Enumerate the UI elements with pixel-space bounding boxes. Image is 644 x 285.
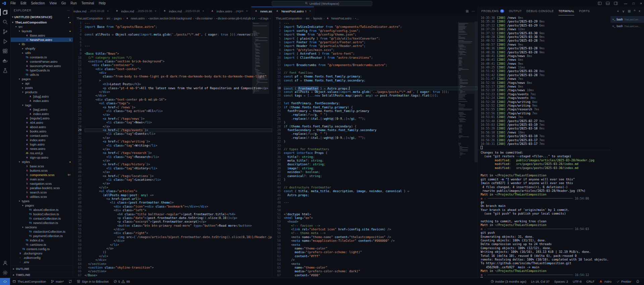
code-line[interactable]: <meta name="theme-name" content="thelast…: [284, 235, 478, 239]
minimap-viewport[interactable]: [458, 22, 475, 94]
code-line[interactable]: [85, 29, 272, 33]
tree-item[interactable]: TScontactCollection.ts: [11, 216, 73, 221]
layout-customize-icon[interactable]: [614, 1, 618, 5]
code-content[interactable]: ---import Base from "@/layouts/Base.astr…: [85, 21, 272, 278]
code-line[interactable]: [284, 182, 478, 185]
code-line[interactable]: [284, 209, 478, 212]
breadcrumb-item[interactable]: ▪div.text-center.pb-6.md:pb-14: [216, 17, 255, 20]
terminal-shell[interactable]: Changes to be committed: (use "git resto…: [478, 150, 610, 278]
minimize-button[interactable]: —: [624, 2, 627, 5]
panel-tab-terminal[interactable]: TERMINAL: [558, 7, 574, 15]
code-line[interactable]: description?: string;: [284, 163, 478, 166]
code-content[interactable]: ---import TwSizeIndicator from "@/compon…: [284, 21, 478, 278]
tree-item[interactable]: TSconstants.ts: [11, 55, 73, 59]
indentation[interactable]: Spaces: 2: [552, 280, 570, 283]
code-line[interactable]: [284, 205, 478, 209]
code-line[interactable]: <a href={`/tags/history`}>: [85, 163, 272, 166]
tree-item[interactable]: A[tag].astro: [11, 107, 73, 112]
code-line[interactable]: .replace(/:ital,|:wght@|[0-9,;]+/gi, "")…: [284, 117, 478, 121]
panel-action-icon[interactable]: ∨: [622, 9, 625, 13]
code-line[interactable]: import config from "@/config/config.json…: [284, 29, 478, 33]
code-line[interactable]: />: [284, 258, 478, 262]
breadcrumb-item[interactable]: Anews.astro: [125, 17, 145, 20]
code-line[interactable]: <p class="pt-4 mb-9">All the latest news…: [85, 87, 272, 90]
code-line[interactable]: content="#000": [284, 274, 478, 277]
code-line[interactable]: <div: [85, 71, 272, 75]
scrollbar[interactable]: [475, 21, 478, 162]
editor-tab[interactable]: Anews.astro×: [251, 7, 272, 15]
breadcrumb-item[interactable]: TheLastComposition: [276, 17, 302, 20]
breadcrumb-item[interactable]: ▪div.container: [195, 17, 213, 20]
tree-item[interactable]: ▸api: [11, 81, 73, 86]
tree-item[interactable]: ▸shopify: [11, 46, 73, 51]
code-line[interactable]: </a>: [85, 136, 272, 140]
code-line[interactable]: import theme from "@/config/theme.json";: [284, 33, 478, 37]
panel-tab-debug-console[interactable]: DEBUG CONSOLE: [527, 7, 554, 15]
code-line[interactable]: </ul>: [85, 186, 272, 189]
panel-action-icon[interactable]: +: [617, 9, 619, 13]
code-line[interactable]: <section class="section brick-background…: [85, 60, 272, 63]
code-line[interactable]: ---: [284, 21, 478, 25]
tree-item[interactable]: D.dockerignore: [11, 251, 73, 255]
editor-tab[interactable]: Aindex.astro...pages×: [208, 7, 251, 15]
breadcrumb-item[interactable]: ▪ul.tags: [259, 17, 268, 20]
panel-action-icon[interactable]: ×: [639, 9, 641, 13]
tree-item[interactable]: ▾styles●: [11, 160, 73, 164]
breadcrumb-item[interactable]: layouts: [313, 17, 322, 20]
tree-item[interactable]: ▾src: [11, 24, 73, 29]
terminal-dev-server[interactable]: 16:35:30 [200] /news 8ms16:35:36 [200] /…: [478, 15, 610, 150]
sync-changes[interactable]: [66, 278, 74, 285]
code-line[interactable]: if (theme.fonts.font_family.primary) {: [284, 106, 478, 109]
tree-item[interactable]: Snavigation.scss: [11, 181, 73, 186]
tree-item[interactable]: TSctaSectionCollection.ts: [11, 229, 73, 234]
code-line[interactable]: <li class="tag">Research</li>: [85, 155, 272, 159]
code-line[interactable]: <a href={`/tags/research`}>: [85, 151, 272, 155]
minimap-viewport[interactable]: [252, 22, 269, 94]
code-line[interactable]: </div>: [85, 90, 272, 94]
code-line[interactable]: <a href={`/news`}>: [85, 106, 272, 109]
tree-item[interactable]: Acontact.astro: [11, 133, 73, 138]
menu-edit[interactable]: Edit: [18, 0, 29, 7]
tree-item[interactable]: Alogin.astro: [11, 142, 73, 147]
editor-tab[interactable]: Mindex.md...2025-03-26×: [160, 7, 207, 15]
editor-action-icon[interactable]: ⋯: [472, 9, 475, 13]
code-line[interactable]: </Base>: [85, 274, 272, 277]
tree-item[interactable]: ▾pages: [11, 203, 73, 208]
code-line[interactable]: <p class="date">{post.frontmatter.date.t…: [85, 216, 272, 220]
docker-icon[interactable]: [0, 56, 11, 66]
code-line[interactable]: <div class="icon"><div class="bookmark">…: [85, 205, 272, 209]
tree-item[interactable]: TSindex.d.ts: [11, 238, 73, 242]
terminal-session[interactable]: >_bashTheLastComposition: [610, 23, 644, 30]
bitbucket-signin[interactable]: Sign in to Bitbucket: [74, 278, 111, 285]
code-line[interactable]: let fontPrimary, fontSecondary;: [284, 102, 478, 105]
accounts-icon[interactable]: [0, 258, 11, 268]
tree-item[interactable]: ▾lib: [11, 42, 73, 46]
code-line[interactable]: const { frontmatter } = Astro.props;: [284, 87, 478, 90]
code-line[interactable]: </li>: [85, 243, 272, 247]
tree-item[interactable]: Aabout.astro: [11, 125, 73, 129]
breadcrumb-item[interactable]: ANewsPost.astro: [326, 17, 352, 20]
code-line[interactable]: </div>: [85, 228, 272, 231]
terminal-session[interactable]: >_bashTheLastComposition: [610, 16, 644, 23]
code-line[interactable]: <li class="tag">Locations</li>: [85, 178, 272, 182]
code-line[interactable]: </div>: [85, 239, 272, 243]
menu-go[interactable]: Go: [59, 0, 68, 7]
code-line[interactable]: import { plainify } from "@/lib/utils/te…: [284, 37, 478, 41]
tree-item[interactable]: Sbase.scss: [11, 164, 73, 168]
code-line[interactable]: [85, 41, 272, 44]
code-line[interactable]: name="theme-color": [284, 247, 478, 250]
tree-item[interactable]: ▾tags: [11, 103, 73, 107]
code-line[interactable]: const allPosts = Object.values(import.me…: [85, 33, 272, 37]
code-line[interactable]: <img src={`/images/articles/${post.front…: [85, 235, 272, 239]
code-line[interactable]: <div class="right">: [85, 231, 272, 235]
code-line[interactable]: )}: [85, 250, 272, 254]
tree-item[interactable]: TSnewsCollection.ts: [11, 221, 73, 225]
code-line[interactable]: <head>: [284, 220, 478, 224]
code-line[interactable]: import Breadcrumbs from "@/components/Br…: [284, 63, 478, 67]
code-line[interactable]: Astro.props;: [284, 193, 478, 197]
code-line[interactable]: >: [85, 79, 272, 82]
code-line[interactable]: meta_title?: string;: [284, 159, 478, 163]
code-line[interactable]: media="(prefers-color-scheme: light)": [284, 250, 478, 254]
code-line[interactable]: [284, 60, 478, 63]
breadcrumb-item[interactable]: src: [306, 17, 310, 20]
